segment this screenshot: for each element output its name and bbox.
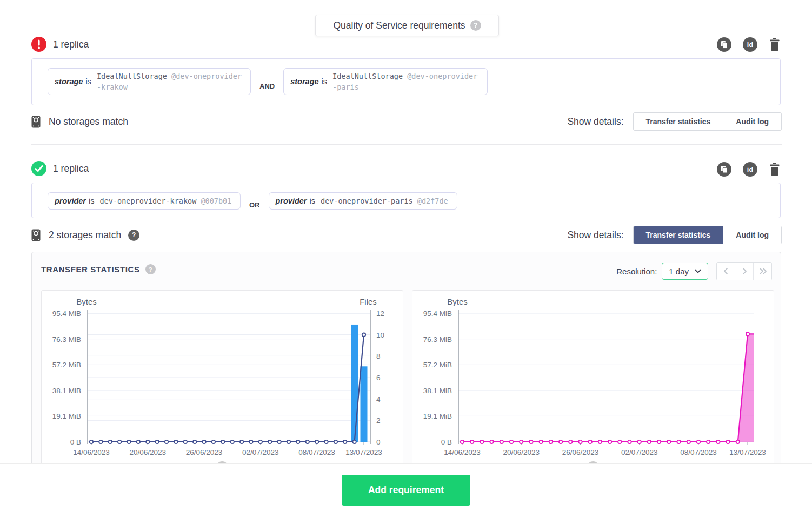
qos-expression-operand[interactable]: storage is IdealNullStorage @dev-oneprov… — [283, 68, 488, 95]
newest-interval-button[interactable] — [753, 263, 771, 280]
show-id-button[interactable]: id — [743, 37, 757, 52]
operand-verb: is — [322, 77, 327, 86]
svg-text:19.1 MiB: 19.1 MiB — [52, 412, 81, 420]
qos-expression-1: storage is IdealNullStorage @dev-oneprov… — [31, 58, 781, 105]
qos-requirements-page: Quality of Service requirements ? 1 repl… — [0, 0, 812, 518]
operand-value: IdealNullStorage — [97, 72, 167, 80]
delete-requirement-button[interactable] — [769, 38, 781, 51]
expression-operator: OR — [249, 197, 260, 214]
copy-expression-button[interactable] — [717, 162, 731, 177]
storages-match-status: 2 storages match ? — [31, 229, 139, 241]
svg-text:0: 0 — [376, 438, 381, 446]
show-id-button[interactable]: id — [743, 162, 757, 177]
details-tab-group: Transfer statistics Audit log — [633, 226, 782, 244]
svg-text:20/06/2023: 20/06/2023 — [503, 448, 540, 456]
svg-text:0 B: 0 B — [70, 438, 81, 446]
bytes-files-chart-card: 95.4 MiB76.3 MiB57.2 MiB38.1 MiB19.1 MiB… — [41, 290, 403, 475]
svg-text:95.4 MiB: 95.4 MiB — [52, 310, 81, 318]
show-details-label: Show details: — [567, 230, 623, 241]
qos-expression-operand[interactable]: provider is dev-oneprovider-krakow @007b… — [48, 192, 241, 210]
exclamation-icon — [31, 37, 46, 52]
expression-operator: AND — [259, 73, 275, 100]
operand-keyword: provider — [276, 197, 307, 205]
qos-expression-operand[interactable]: storage is IdealNullStorage @dev-oneprov… — [48, 68, 251, 95]
operand-annotation: @d2f7de — [417, 197, 448, 205]
storages-match-status: No storages match — [31, 116, 128, 128]
show-details-controls: Show details: Transfer statistics Audit … — [567, 112, 782, 131]
requirement-1-status-row: No storages match Show details: Transfer… — [31, 112, 782, 131]
operand-value: dev-oneprovider-paris — [321, 197, 413, 205]
transfer-statistics-tab[interactable]: Transfer statistics — [634, 113, 723, 130]
transfer-statistics-tab[interactable]: Transfer statistics — [634, 226, 723, 244]
storages-match-text: No storages match — [49, 116, 128, 127]
transfer-statistics-header: TRANSFER STATISTICS ? — [41, 264, 156, 274]
operand-value: IdealNullStorage — [332, 72, 403, 80]
qos-expression-operand[interactable]: provider is dev-oneprovider-paris @d2f7d… — [269, 192, 457, 210]
svg-text:8: 8 — [376, 352, 381, 360]
replicas-count-label: 1 replica — [53, 163, 89, 174]
operand-value-text: dev-oneprovider-paris @d2f7de — [321, 196, 450, 206]
qos-expression-2: provider is dev-oneprovider-krakow @007b… — [31, 183, 781, 218]
requirement-2-status-row: 2 storages match ? Show details: Transfe… — [31, 226, 782, 244]
operand-keyword: storage — [290, 77, 318, 86]
requirement-1-actions: id — [717, 37, 781, 52]
svg-text:20/06/2023: 20/06/2023 — [129, 448, 166, 456]
svg-text:02/07/2023: 02/07/2023 — [621, 448, 658, 456]
trash-icon — [769, 38, 781, 51]
svg-text:08/07/2023: 08/07/2023 — [298, 448, 335, 456]
footer-bar: Add requirement — [0, 463, 812, 518]
copy-expression-button[interactable] — [717, 37, 731, 52]
resolution-value: 1 day — [669, 267, 689, 276]
svg-text:08/07/2023: 08/07/2023 — [680, 448, 717, 456]
resolution-select[interactable]: 1 day — [662, 263, 708, 280]
next-interval-button[interactable] — [735, 263, 753, 280]
svg-text:76.3 MiB: 76.3 MiB — [52, 335, 81, 344]
requirement-2-header: 1 replica — [31, 160, 89, 177]
chevron-right-icon — [741, 267, 748, 275]
svg-text:Bytes: Bytes — [447, 297, 468, 306]
svg-text:13/07/2023: 13/07/2023 — [345, 448, 382, 456]
panel-title: TRANSFER STATISTICS — [41, 265, 140, 274]
svg-text:10: 10 — [376, 331, 384, 339]
help-icon[interactable]: ? — [145, 264, 156, 274]
show-details-label: Show details: — [567, 116, 623, 127]
svg-text:57.2 MiB: 57.2 MiB — [423, 361, 452, 369]
delete-requirement-button[interactable] — [769, 163, 781, 176]
svg-text:2: 2 — [376, 416, 381, 425]
svg-text:Files: Files — [360, 297, 377, 306]
audit-log-tab[interactable]: Audit log — [723, 113, 781, 130]
add-requirement-button[interactable]: Add requirement — [342, 475, 470, 506]
requirements-divider — [31, 144, 782, 145]
svg-text:14/06/2023: 14/06/2023 — [444, 448, 481, 456]
previous-interval-button[interactable] — [717, 263, 735, 280]
resolution-label: Resolution: — [616, 267, 657, 276]
error-status-icon — [31, 37, 46, 52]
svg-text:02/07/2023: 02/07/2023 — [242, 448, 279, 456]
svg-text:19.1 MiB: 19.1 MiB — [423, 412, 452, 420]
svg-text:57.2 MiB: 57.2 MiB — [52, 361, 81, 369]
chevron-left-icon — [722, 267, 730, 275]
qos-requirements-header: Quality of Service requirements ? — [315, 15, 499, 36]
storage-icon — [31, 229, 41, 241]
bytes-files-chart-svg: 95.4 MiB76.3 MiB57.2 MiB38.1 MiB19.1 MiB… — [42, 291, 403, 472]
svg-text:26/06/2023: 26/06/2023 — [562, 448, 599, 456]
help-icon[interactable]: ? — [128, 230, 139, 241]
audit-log-tab[interactable]: Audit log — [723, 226, 781, 244]
details-tab-group: Transfer statistics Audit log — [633, 112, 782, 131]
svg-text:Bytes: Bytes — [76, 297, 97, 306]
success-status-icon — [31, 161, 46, 176]
bytes-chart: 95.4 MiB76.3 MiB57.2 MiB38.1 MiB19.1 MiB… — [412, 291, 774, 474]
svg-text:4: 4 — [376, 395, 381, 403]
svg-text:95.4 MiB: 95.4 MiB — [423, 310, 452, 318]
id-icon: id — [747, 166, 754, 173]
svg-text:13/07/2023: 13/07/2023 — [729, 448, 766, 456]
bytes-chart-svg: 95.4 MiB76.3 MiB57.2 MiB38.1 MiB19.1 MiB… — [412, 291, 774, 472]
time-navigation-group — [716, 262, 772, 280]
copy-icon — [720, 41, 728, 49]
svg-text:12: 12 — [376, 310, 384, 318]
operand-verb: is — [310, 197, 315, 205]
replicas-count-label: 1 replica — [53, 39, 89, 50]
operand-verb: is — [89, 197, 94, 205]
help-icon[interactable]: ? — [470, 20, 481, 31]
operand-value: dev-oneprovider-krakow — [100, 197, 197, 205]
